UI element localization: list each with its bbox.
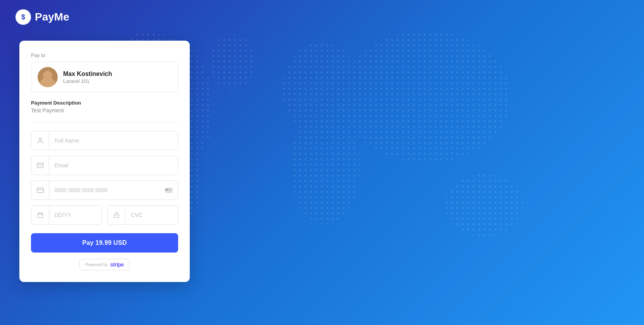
email-input[interactable] [49,158,178,173]
email-wrapper [31,156,178,175]
card-number-group [31,181,178,200]
powered-by-label: Powered by [85,262,108,267]
recipient-course: Laravel 101 [63,78,112,84]
card-number-wrapper [31,181,178,200]
full-name-input[interactable] [49,133,178,148]
calendar-icon [31,206,49,224]
cvc-wrapper [107,205,178,225]
svg-rect-22 [114,215,119,217]
app-header: $ PayMe [15,9,69,25]
full-name-group [31,131,178,150]
pay-button[interactable]: Pay 19.99 USD [31,233,178,253]
email-group [31,156,178,175]
expiry-wrapper [31,205,102,225]
logo-icon: $ [15,9,31,25]
card-icon [31,181,49,199]
payment-card: Pay to Max Kostinevich Laravel 101 Payme… [19,41,190,282]
svg-rect-18 [38,213,43,218]
email-icon [31,156,49,175]
cvc-input[interactable] [125,207,178,223]
divider [31,122,178,122]
pay-to-label: Pay to [31,52,178,58]
avatar [38,67,58,87]
expiry-cvc-row [31,205,178,225]
recipient-box: Max Kostinevich Laravel 101 [31,62,178,92]
payment-description-value: Test Payment [31,107,178,113]
app-logo-text: PayMe [35,11,69,23]
svg-rect-12 [37,188,43,193]
expiry-input[interactable] [49,207,102,223]
lock-icon [108,206,125,224]
card-number-input[interactable] [49,182,160,198]
full-name-wrapper [31,131,178,150]
stripe-logo: stripe [110,261,124,268]
payment-description-label: Payment Description [31,100,178,106]
powered-by-badge: Powered by stripe [79,259,129,270]
recipient-info: Max Kostinevich Laravel 101 [63,71,112,84]
svg-rect-16 [168,189,170,191]
powered-by-section: Powered by stripe [31,259,178,270]
svg-rect-15 [165,189,168,191]
recipient-name: Max Kostinevich [63,71,112,77]
svg-rect-17 [170,189,171,191]
card-type-icon [160,187,178,193]
person-icon [31,131,49,150]
svg-point-10 [39,138,41,140]
